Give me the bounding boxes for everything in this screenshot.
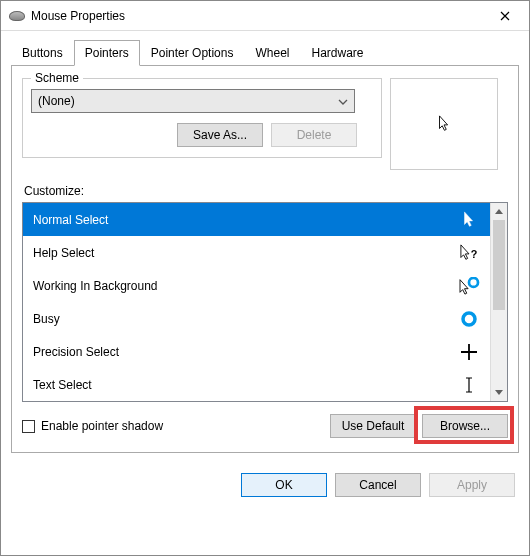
list-item[interactable]: Working In Background [23,269,490,302]
delete-button: Delete [271,123,357,147]
list-item[interactable]: Text Select [23,368,490,401]
close-button[interactable] [485,2,525,30]
tab-pointers[interactable]: Pointers [74,40,140,66]
mouse-icon [9,11,25,21]
svg-text:?: ? [471,248,478,260]
shadow-checkbox[interactable] [22,420,35,433]
cursor-ibeam-icon [458,376,480,394]
shadow-label: Enable pointer shadow [41,419,163,433]
pointer-list[interactable]: Normal Select Help Select ? Working In B… [22,202,508,402]
apply-button: Apply [429,473,515,497]
tab-panel: Scheme (None) Save As... Delete Customi [11,66,519,453]
chevron-down-icon [338,94,348,108]
list-item[interactable]: Busy [23,302,490,335]
scheme-legend: Scheme [31,71,83,85]
browse-button[interactable]: Browse... [422,414,508,438]
window-title: Mouse Properties [31,9,485,23]
cursor-help-icon: ? [458,244,480,262]
list-item-label: Text Select [33,378,92,392]
list-item-label: Normal Select [33,213,108,227]
use-default-button[interactable]: Use Default [330,414,416,438]
cursor-working-icon [458,277,480,295]
list-item[interactable]: Precision Select [23,335,490,368]
cancel-button[interactable]: Cancel [335,473,421,497]
cursor-busy-icon [458,310,480,328]
tab-hardware[interactable]: Hardware [300,40,374,66]
cursor-arrow-icon [458,211,480,229]
preview-box [390,78,498,170]
scrollbar[interactable] [490,203,507,401]
tab-pointer-options[interactable]: Pointer Options [140,40,245,66]
list-item[interactable]: Normal Select [23,203,490,236]
scheme-select[interactable]: (None) [31,89,355,113]
scroll-up-button[interactable] [491,203,507,220]
cursor-arrow-icon [437,115,451,133]
tab-wheel[interactable]: Wheel [244,40,300,66]
footer: OK Cancel Apply [1,461,529,509]
customize-label: Customize: [24,184,508,198]
scheme-selected: (None) [38,94,75,108]
tab-buttons[interactable]: Buttons [11,40,74,66]
scroll-thumb[interactable] [493,220,505,310]
list-item-label: Precision Select [33,345,119,359]
svg-point-2 [463,313,475,325]
svg-point-1 [469,277,478,286]
save-as-button[interactable]: Save As... [177,123,263,147]
cursor-precision-icon [458,343,480,361]
ok-button[interactable]: OK [241,473,327,497]
list-item[interactable]: Help Select ? [23,236,490,269]
list-item-label: Help Select [33,246,94,260]
tabs: Buttons Pointers Pointer Options Wheel H… [11,39,519,66]
scroll-track[interactable] [491,220,507,384]
scheme-group: Scheme (None) Save As... Delete [22,78,382,158]
title-bar: Mouse Properties [1,1,529,31]
list-item-label: Busy [33,312,60,326]
scroll-down-button[interactable] [491,384,507,401]
list-item-label: Working In Background [33,279,158,293]
